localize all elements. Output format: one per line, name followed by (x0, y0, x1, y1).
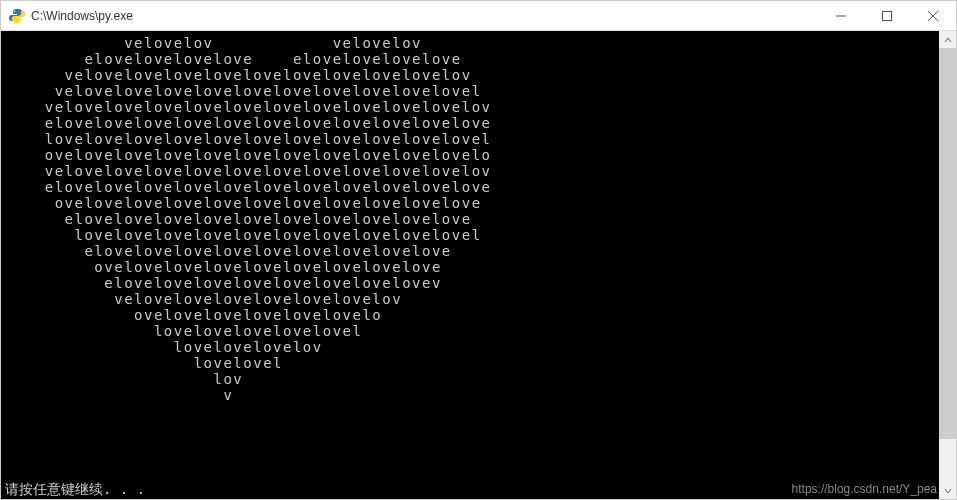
svg-point-1 (19, 20, 21, 22)
console-line: elovelovelovelovelovelovelovelovev (5, 275, 939, 291)
scroll-up-button[interactable] (939, 31, 956, 48)
console-line: velovelovelovelovelovelovelov (5, 291, 939, 307)
console-line: velovelovelovelovelovelovelovelovelovelo… (5, 163, 939, 179)
console-line: velovelovelovelovelovelovelovelovelovelo… (5, 67, 939, 83)
console-line: velovelovelovelovelovelovelovelovelovelo… (5, 99, 939, 115)
console-line: lovelovelovelovelovelovelovelovelovelove… (5, 131, 939, 147)
scroll-track[interactable] (939, 48, 956, 482)
console-line: ovelovelovelovelovelovelovelovelove (5, 259, 939, 275)
app-window: C:\Windows\py.exe velovelov velovelov el… (0, 0, 957, 500)
console-line: lovelovelovelov (5, 339, 939, 355)
maximize-button[interactable] (864, 1, 910, 30)
scroll-thumb[interactable] (939, 48, 956, 439)
console-line: elovelovelovelovelovelovelovelovelovelov… (5, 179, 939, 195)
console-line: ovelovelovelovelovelovelovelovelovelovel… (5, 147, 939, 163)
titlebar: C:\Windows\py.exe (1, 1, 956, 31)
console-line: velovelovelovelovelovelovelovelovelovelo… (5, 83, 939, 99)
console-line: elovelovelovelovelovelovelovelovelovelov… (5, 211, 939, 227)
minimize-button[interactable] (818, 1, 864, 30)
vertical-scrollbar[interactable] (939, 31, 956, 499)
console-line: lov (5, 371, 939, 387)
content-area: velovelov velovelov elovelovelovelove el… (1, 31, 956, 499)
app-icon (9, 8, 25, 24)
console-line: ovelovelovelovelovelovelovelovelovelovel… (5, 195, 939, 211)
svg-point-0 (14, 10, 16, 12)
console-line: lovelovelovelovelovelovelovelovelovelove… (5, 227, 939, 243)
console-output[interactable]: velovelov velovelov elovelovelovelove el… (1, 31, 939, 499)
window-controls (818, 1, 956, 30)
console-line: elovelovelovelovelovelovelovelovelove (5, 243, 939, 259)
console-line: elovelovelovelovelovelovelovelovelovelov… (5, 115, 939, 131)
console-line: ovelovelovelovelovelovelo (5, 307, 939, 323)
console-line: elovelovelovelove elovelovelovelove (5, 51, 939, 67)
console-line: velovelov velovelov (5, 35, 939, 51)
console-line: lovelovelovelovelovel (5, 323, 939, 339)
console-line: v (5, 387, 939, 403)
svg-rect-3 (883, 11, 892, 20)
console-line: lovelovel (5, 355, 939, 371)
console-prompt: 请按任意键继续. . . (5, 481, 145, 499)
scroll-down-button[interactable] (939, 482, 956, 499)
close-button[interactable] (910, 1, 956, 30)
window-title: C:\Windows\py.exe (31, 9, 818, 23)
